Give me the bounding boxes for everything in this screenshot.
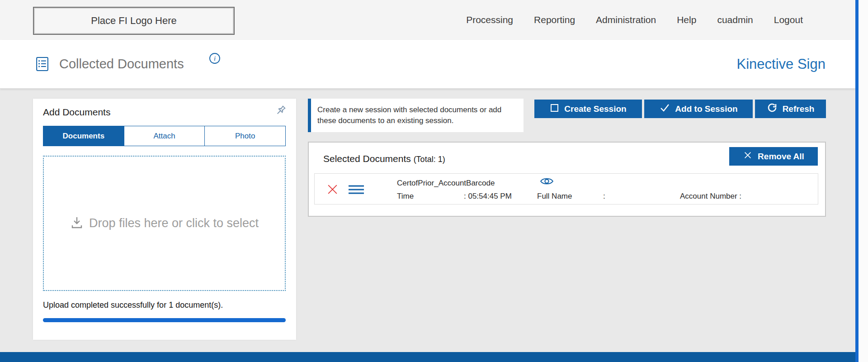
upload-status-text: Upload completed successfully for 1 docu…: [43, 300, 223, 310]
upload-progress-bar: [43, 318, 286, 322]
scrollbar[interactable]: [855, 0, 859, 362]
document-list-icon: [34, 56, 50, 74]
check-icon: [659, 102, 670, 115]
right-gutter: [859, 0, 868, 362]
file-dropzone[interactable]: Drop files here or click to select: [43, 156, 286, 291]
full-name-value: :: [603, 192, 605, 201]
info-icon[interactable]: i: [209, 52, 221, 66]
refresh-label: Refresh: [783, 104, 815, 114]
tab-photo[interactable]: Photo: [204, 126, 285, 146]
document-name: CertofPrior_AccountBarcode: [397, 179, 495, 188]
page-title: Collected Documents: [59, 57, 184, 71]
nav-item-reporting[interactable]: Reporting: [534, 14, 575, 25]
nav-item-logout[interactable]: Logout: [774, 14, 803, 25]
create-session-label: Create Session: [564, 104, 626, 114]
selected-documents-title: Selected Documents (Total: 1): [323, 153, 445, 164]
fi-logo-text: Place FI Logo Here: [91, 15, 177, 27]
main-nav: Processing Reporting Administration Help…: [466, 0, 803, 40]
selected-documents-panel: Selected Documents (Total: 1) Remove All…: [308, 142, 826, 217]
selected-documents-title-text: Selected Documents: [323, 153, 411, 164]
download-icon: [70, 216, 84, 231]
refresh-icon: [767, 102, 778, 115]
svg-text:i: i: [214, 55, 216, 62]
document-row: CertofPrior_AccountBarcode Time : 05:54:…: [314, 173, 818, 205]
nav-item-user-cuadmin[interactable]: cuadmin: [717, 14, 753, 25]
account-number-label: Account Number :: [680, 192, 741, 201]
add-to-session-button[interactable]: Add to Session: [644, 100, 753, 118]
tab-documents[interactable]: Documents: [43, 126, 124, 146]
square-icon: [550, 103, 559, 115]
app-root: Place FI Logo Here Processing Reporting …: [0, 0, 868, 362]
add-documents-tabs: Documents Attach Photo: [43, 126, 286, 146]
footer-bar: [0, 352, 855, 362]
refresh-button[interactable]: Refresh: [755, 100, 826, 118]
remove-all-label: Remove All: [758, 152, 804, 162]
top-header: Place FI Logo Here Processing Reporting …: [0, 0, 855, 40]
fi-logo-placeholder: Place FI Logo Here: [33, 7, 235, 35]
time-value: : 05:54:45 PM: [464, 192, 512, 201]
brand-kinective-sign: Kinective Sign: [737, 56, 826, 72]
remove-all-button[interactable]: Remove All: [729, 147, 818, 166]
nav-item-processing[interactable]: Processing: [466, 14, 513, 25]
selected-documents-total: (Total: 1): [414, 155, 445, 164]
x-icon: [743, 150, 753, 162]
eye-icon[interactable]: [540, 176, 554, 188]
tab-attach[interactable]: Attach: [124, 126, 205, 146]
time-label: Time: [397, 192, 414, 201]
pin-icon[interactable]: [273, 104, 287, 120]
add-documents-title: Add Documents: [43, 107, 110, 118]
title-bar: Collected Documents i Kinective Sign: [0, 40, 855, 89]
session-info-banner: Create a new session with selected docum…: [308, 99, 524, 132]
add-to-session-label: Add to Session: [675, 104, 737, 114]
nav-item-administration[interactable]: Administration: [596, 14, 656, 25]
dropzone-label: Drop files here or click to select: [89, 216, 259, 230]
upload-progress-fill: [43, 318, 286, 322]
nav-item-help[interactable]: Help: [677, 14, 696, 25]
document-row-details: Time : 05:54:45 PM Full Name : Account N…: [315, 192, 818, 201]
add-documents-card: Add Documents Documents Attach Photo: [33, 99, 296, 340]
create-session-button[interactable]: Create Session: [534, 100, 642, 118]
full-name-label: Full Name: [537, 192, 572, 201]
